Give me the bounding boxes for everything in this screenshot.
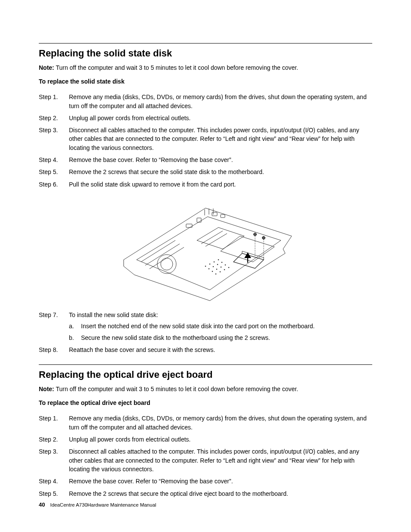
step-label: Step 7.: [39, 311, 69, 342]
diagram-container: [39, 193, 372, 306]
sub-heading: To replace the optical drive eject board: [39, 399, 372, 406]
step-text: Disconnect all cables attached to the co…: [69, 447, 372, 473]
step-text: To install the new solid state disk: a. …: [69, 311, 372, 342]
svg-point-4: [214, 261, 215, 263]
step-label: Step 3.: [39, 126, 69, 152]
section-ssd: Replacing the solid state disk Note: Tur…: [39, 43, 372, 354]
step-list: Step 1. Remove any media (disks, CDs, DV…: [39, 414, 372, 498]
step-label: Step 3.: [39, 447, 69, 473]
note-label: Note:: [39, 386, 54, 392]
svg-rect-29: [197, 218, 201, 222]
note-label: Note:: [39, 64, 54, 71]
section-optical-eject: Replacing the optical drive eject board …: [39, 364, 372, 498]
svg-point-1: [161, 258, 173, 270]
motherboard-svg-icon: [111, 193, 300, 305]
motherboard-diagram: [111, 193, 300, 305]
svg-point-9: [221, 262, 223, 263]
step-item: Step 5. Remove the 2 screws that secure …: [39, 489, 372, 498]
note-line: Note: Turn off the computer and wait 3 t…: [39, 63, 372, 72]
step-label: Step 5.: [39, 168, 69, 176]
step-item: Step 1. Remove any media (disks, CDs, DV…: [39, 414, 372, 432]
step-text: Unplug all power cords from electrical o…: [69, 114, 372, 122]
step-label: Step 8.: [39, 345, 69, 354]
step-text: Disconnect all cables attached to the co…: [69, 126, 372, 152]
step-text: Remove the base cover. Refer to “Removin…: [69, 477, 372, 485]
svg-point-0: [157, 255, 176, 274]
step-text: Pull the solid state disk upward to remo…: [69, 180, 372, 189]
substep-item: a. Insert the notched end of the new sol…: [69, 322, 372, 330]
svg-point-2: [205, 266, 206, 267]
step-label: Step 5.: [39, 489, 69, 498]
step-item: Step 7. To install the new solid state d…: [39, 311, 372, 342]
step-label: Step 2.: [39, 435, 69, 444]
svg-point-13: [225, 264, 226, 266]
svg-point-11: [216, 269, 218, 270]
substep-item: b. Secure the new solid state disk to th…: [69, 333, 372, 342]
svg-point-3: [209, 264, 211, 265]
step-text: Unplug all power cords from electrical o…: [69, 435, 372, 444]
note-text: Turn off the computer and wait 3 to 5 mi…: [54, 386, 298, 392]
step-item: Step 4. Remove the base cover. Refer to …: [39, 477, 372, 485]
step-text: Remove the base cover. Refer to “Removin…: [69, 156, 372, 164]
sub-heading: To replace the solid state disk: [39, 78, 372, 85]
svg-point-5: [218, 259, 219, 261]
svg-point-16: [224, 269, 225, 271]
svg-point-12: [221, 267, 222, 268]
step-label: Step 6.: [39, 180, 69, 189]
substep-label: a.: [69, 322, 81, 330]
step-item: Step 1. Remove any media (disks, CDs, DV…: [39, 93, 372, 110]
svg-point-8: [217, 264, 218, 265]
step-item: Step 6. Pull the solid state disk upward…: [39, 180, 372, 189]
section-title: Replacing the solid state disk: [39, 48, 372, 59]
step-text: Remove the 2 screws that secure the soli…: [69, 168, 372, 176]
substep-label: b.: [69, 333, 81, 342]
step-item: Step 3. Disconnect all cables attached t…: [39, 126, 372, 152]
step-item: Step 8. Reattach the base cover and secu…: [39, 345, 372, 354]
step-label: Step 1.: [39, 414, 69, 432]
step-label: Step 2.: [39, 114, 69, 122]
svg-point-17: [228, 267, 230, 268]
section-title: Replacing the optical drive eject board: [39, 369, 372, 380]
step-list: Step 1. Remove any media (disks, CDs, DV…: [39, 93, 372, 189]
page-footer: 40 IdeaCentre A730Hardware Maintenance M…: [39, 501, 156, 508]
svg-point-6: [209, 268, 210, 270]
step-text: Remove any media (disks, CDs, DVDs, or m…: [69, 93, 372, 110]
svg-point-15: [220, 271, 221, 273]
note-text: Turn off the computer and wait 3 to 5 mi…: [54, 64, 298, 71]
step-text-line: To install the new solid state disk:: [69, 311, 158, 318]
step-item: Step 2. Unplug all power cords from elec…: [39, 435, 372, 444]
step-list-continued: Step 7. To install the new solid state d…: [39, 311, 372, 354]
step-label: Step 4.: [39, 477, 69, 485]
step-label: Step 4.: [39, 156, 69, 164]
doc-title: IdeaCentre A730Hardware Maintenance Manu…: [50, 502, 156, 507]
step-text: Remove the 2 screws that secure the opti…: [69, 489, 372, 498]
svg-rect-27: [212, 212, 217, 216]
step-label: Step 1.: [39, 93, 69, 110]
svg-rect-28: [221, 215, 225, 218]
step-item: Step 4. Remove the base cover. Refer to …: [39, 156, 372, 164]
page-number: 40: [39, 501, 45, 508]
document-page: Replacing the solid state disk Note: Tur…: [0, 0, 411, 532]
svg-point-10: [212, 271, 213, 272]
step-text: Reattach the base cover and secure it wi…: [69, 345, 372, 354]
substep-text: Insert the notched end of the new solid …: [81, 322, 314, 330]
svg-point-7: [213, 266, 214, 268]
svg-rect-30: [186, 224, 192, 227]
step-item: Step 2. Unplug all power cords from elec…: [39, 114, 372, 122]
substep-text: Secure the new solid state disk to the m…: [81, 333, 270, 342]
svg-point-14: [215, 274, 217, 275]
step-text: Remove any media (disks, CDs, DVDs, or m…: [69, 414, 372, 432]
note-line: Note: Turn off the computer and wait 3 t…: [39, 385, 372, 393]
step-item: Step 3. Disconnect all cables attached t…: [39, 447, 372, 473]
step-item: Step 5. Remove the 2 screws that secure …: [39, 168, 372, 176]
